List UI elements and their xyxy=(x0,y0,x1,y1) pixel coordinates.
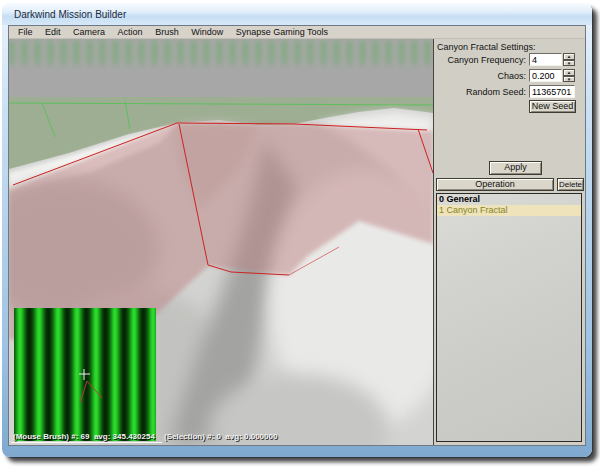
desktop: Darkwind Mission Builder File Edit Camer… xyxy=(0,0,600,468)
selection-stats: (Selection) #: 0 avg: 0.000000 xyxy=(164,432,277,441)
panel-title: Canyon Fractal Settings: xyxy=(437,42,536,52)
settings-panel: Canyon Fractal Settings: Canyon Frequenc… xyxy=(433,39,585,445)
canyon-frequency-label: Canyon Frequency: xyxy=(434,55,526,65)
menu-item-brush[interactable]: Brush xyxy=(150,26,184,37)
window-title: Darkwind Mission Builder xyxy=(14,9,126,20)
menu-bar: File Edit Camera Action Brush Window Syn… xyxy=(9,26,585,39)
brush-angle-marks xyxy=(80,381,102,403)
apply-button[interactable]: Apply xyxy=(489,161,542,175)
title-bar[interactable]: Darkwind Mission Builder xyxy=(2,3,592,25)
random-seed-label: Random Seed: xyxy=(434,87,526,97)
hud-underline xyxy=(11,442,162,443)
app-window: Darkwind Mission Builder File Edit Camer… xyxy=(2,3,592,457)
brush-texture-preview xyxy=(14,308,156,441)
canyon-frequency-spinner: ▲ ▼ xyxy=(563,53,575,66)
random-seed-input[interactable] xyxy=(529,85,575,98)
new-seed-button[interactable]: New Seed xyxy=(529,100,576,113)
delete-button[interactable]: Delete xyxy=(557,178,584,191)
client-area: (Mouse Brush) #: 69 avg: 345.430254 (Sel… xyxy=(9,39,585,445)
brush-cursor-overlay xyxy=(14,308,156,441)
menu-item-action[interactable]: Action xyxy=(113,26,148,37)
spinner-down-icon[interactable]: ▼ xyxy=(563,60,575,67)
menu-item-file[interactable]: File xyxy=(13,26,38,37)
window-content: File Edit Camera Action Brush Window Syn… xyxy=(8,25,586,446)
operation-row-general[interactable]: 0 General xyxy=(437,194,581,205)
viewport-status-text: (Mouse Brush) #: 69 avg: 345.430254 (Sel… xyxy=(9,431,433,445)
3d-viewport[interactable]: (Mouse Brush) #: 69 avg: 345.430254 (Sel… xyxy=(9,39,433,445)
operation-row-canyon-fractal[interactable]: 1 Canyon Fractal xyxy=(437,205,581,216)
menu-item-camera[interactable]: Camera xyxy=(68,26,110,37)
crosshair-icon xyxy=(79,369,90,380)
menu-item-edit[interactable]: Edit xyxy=(40,26,66,37)
menu-item-synapse-gaming-tools[interactable]: Synapse Gaming Tools xyxy=(231,26,333,37)
operation-column-header[interactable]: Operation xyxy=(436,178,554,191)
spinner-down-icon[interactable]: ▼ xyxy=(563,76,575,83)
canyon-frequency-input[interactable] xyxy=(529,53,562,66)
mouse-brush-stats: (Mouse Brush) #: 69 avg: 345.430254 xyxy=(13,432,155,441)
chaos-label: Chaos: xyxy=(434,71,526,81)
menu-item-window[interactable]: Window xyxy=(186,26,228,37)
chaos-input[interactable] xyxy=(529,69,562,82)
operation-list: 0 General 1 Canyon Fractal xyxy=(436,193,582,442)
chaos-spinner: ▲ ▼ xyxy=(563,69,575,82)
